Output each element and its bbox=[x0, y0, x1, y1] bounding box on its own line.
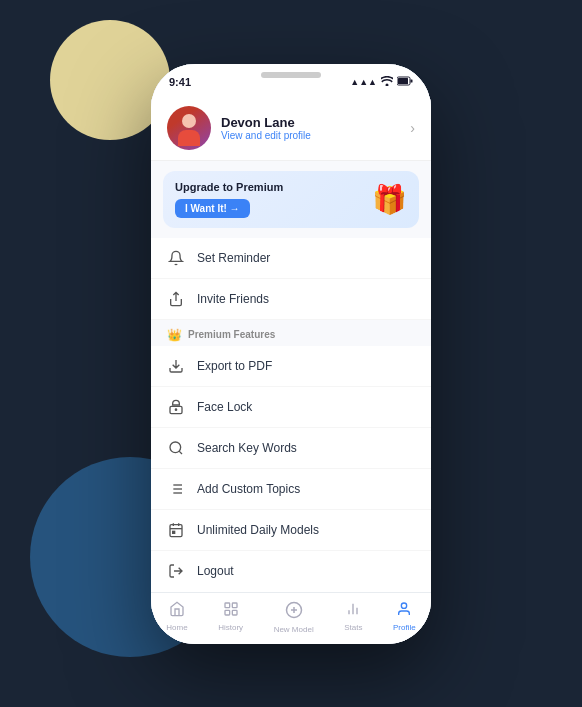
menu-label-logout: Logout bbox=[197, 564, 234, 578]
nav-item-stats[interactable]: Stats bbox=[336, 599, 370, 636]
avatar-body bbox=[178, 130, 200, 146]
bell-icon bbox=[167, 249, 185, 267]
battery-icon bbox=[397, 76, 413, 88]
notch-pill bbox=[261, 72, 321, 78]
crown-icon: 👑 bbox=[167, 328, 182, 342]
share-icon bbox=[167, 290, 185, 308]
profile-section[interactable]: Devon Lane View and edit profile › bbox=[151, 94, 431, 161]
svg-point-5 bbox=[170, 442, 181, 453]
nav-item-history[interactable]: History bbox=[210, 599, 251, 636]
profile-left: Devon Lane View and edit profile bbox=[167, 106, 311, 150]
upgrade-button-label: I Want It! → bbox=[185, 203, 240, 214]
stats-nav-label: Stats bbox=[344, 623, 362, 632]
home-nav-label: Home bbox=[166, 623, 187, 632]
menu-item-custom-topics[interactable]: Add Custom Topics bbox=[151, 469, 431, 510]
avatar-head bbox=[182, 114, 196, 128]
new-model-nav-icon bbox=[285, 601, 303, 623]
profile-chevron-icon: › bbox=[410, 120, 415, 136]
svg-rect-19 bbox=[225, 610, 230, 615]
nav-item-profile[interactable]: Profile bbox=[385, 599, 424, 636]
history-nav-label: History bbox=[218, 623, 243, 632]
upgrade-content: Upgrade to Premium I Want It! → bbox=[175, 181, 283, 218]
upgrade-button[interactable]: I Want It! → bbox=[175, 199, 250, 218]
svg-rect-20 bbox=[232, 610, 237, 615]
svg-rect-17 bbox=[225, 603, 230, 608]
history-nav-icon bbox=[223, 601, 239, 621]
phone-shell: 9:41 ▲▲▲ bbox=[151, 64, 431, 644]
avatar-person bbox=[175, 114, 203, 150]
stats-nav-icon bbox=[345, 601, 361, 621]
menu-label-face-lock: Face Lock bbox=[197, 400, 252, 414]
menu-label-custom-topics: Add Custom Topics bbox=[197, 482, 300, 496]
nav-item-new-model[interactable]: New Model bbox=[266, 599, 322, 636]
signal-icon: ▲▲▲ bbox=[350, 77, 377, 87]
menu-item-export-pdf[interactable]: Export to PDF bbox=[151, 346, 431, 387]
profile-nav-icon bbox=[396, 601, 412, 621]
menu-item-set-reminder[interactable]: Set Reminder bbox=[151, 238, 431, 279]
menu-label-set-reminder: Set Reminder bbox=[197, 251, 270, 265]
nav-item-home[interactable]: Home bbox=[158, 599, 195, 636]
menu-label-unlimited-models: Unlimited Daily Models bbox=[197, 523, 319, 537]
profile-nav-label: Profile bbox=[393, 623, 416, 632]
status-time: 9:41 bbox=[169, 76, 191, 88]
premium-header-label: Premium Features bbox=[188, 329, 275, 340]
premium-features-header: 👑 Premium Features bbox=[151, 320, 431, 346]
menu-item-unlimited-models[interactable]: Unlimited Daily Models bbox=[151, 510, 431, 551]
svg-point-27 bbox=[402, 603, 407, 608]
svg-rect-1 bbox=[398, 78, 408, 84]
upgrade-gift-icon: 🎁 bbox=[372, 183, 407, 216]
avatar bbox=[167, 106, 211, 150]
profile-name: Devon Lane bbox=[221, 115, 311, 130]
menu-item-face-lock[interactable]: Face Lock bbox=[151, 387, 431, 428]
logout-icon bbox=[167, 562, 185, 580]
face-lock-icon bbox=[167, 398, 185, 416]
menu-label-export-pdf: Export to PDF bbox=[197, 359, 272, 373]
wifi-icon bbox=[381, 76, 393, 88]
menu-label-invite-friends: Invite Friends bbox=[197, 292, 269, 306]
svg-point-4 bbox=[175, 409, 176, 410]
calendar-icon bbox=[167, 521, 185, 539]
upgrade-banner[interactable]: Upgrade to Premium I Want It! → 🎁 bbox=[163, 171, 419, 228]
phone-screen: Devon Lane View and edit profile › Upgra… bbox=[151, 94, 431, 644]
profile-subtitle: View and edit profile bbox=[221, 130, 311, 141]
upgrade-title: Upgrade to Premium bbox=[175, 181, 283, 193]
svg-rect-16 bbox=[173, 531, 175, 533]
export-icon bbox=[167, 357, 185, 375]
svg-rect-12 bbox=[170, 524, 182, 536]
menu-label-search-keywords: Search Key Words bbox=[197, 441, 297, 455]
svg-rect-18 bbox=[232, 603, 237, 608]
avatar-image bbox=[167, 106, 211, 150]
status-bar: 9:41 ▲▲▲ bbox=[151, 64, 431, 94]
status-icons: ▲▲▲ bbox=[350, 76, 413, 88]
list-icon bbox=[167, 480, 185, 498]
menu-item-invite-friends[interactable]: Invite Friends bbox=[151, 279, 431, 320]
profile-info: Devon Lane View and edit profile bbox=[221, 115, 311, 141]
search-icon bbox=[167, 439, 185, 457]
bottom-nav: Home History bbox=[151, 592, 431, 644]
svg-rect-2 bbox=[411, 79, 413, 82]
new-model-nav-label: New Model bbox=[274, 625, 314, 634]
menu-item-search-keywords[interactable]: Search Key Words bbox=[151, 428, 431, 469]
home-nav-icon bbox=[169, 601, 185, 621]
menu-item-logout[interactable]: Logout bbox=[151, 551, 431, 591]
menu-list: Set Reminder Invite Friends 👑 Premium Fe… bbox=[151, 238, 431, 592]
